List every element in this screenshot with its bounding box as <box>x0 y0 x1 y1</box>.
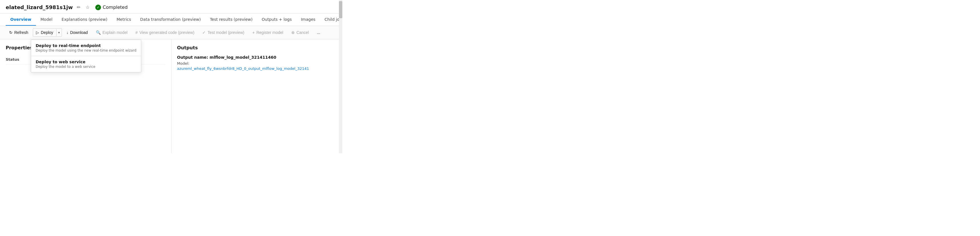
refresh-icon: ↻ <box>9 30 13 35</box>
tab-bar: Overview Model Explanations (preview) Me… <box>0 14 342 26</box>
tab-model[interactable]: Model <box>36 14 57 26</box>
view-code-label: View generated code (preview) <box>140 30 194 35</box>
cancel-icon: ⊗ <box>291 30 295 35</box>
deploy-webservice-title: Deploy to web service <box>36 60 136 64</box>
deploy-webservice-item[interactable]: Deploy to web service Deploy the model t… <box>31 56 141 72</box>
outputs-title: Outputs <box>177 45 337 51</box>
deploy-dropdown-button[interactable]: ▾ <box>56 29 62 36</box>
status-label: Completed <box>103 5 127 10</box>
register-model-button[interactable]: + Register model <box>249 29 287 36</box>
download-label: Download <box>70 30 88 35</box>
output-model-link[interactable]: azureml_wheat_fly_6wsnbrfdr8_HD_0_output… <box>177 67 309 71</box>
view-code-button[interactable]: # View generated code (preview) <box>132 29 198 36</box>
deploy-webservice-desc: Deploy the model to a web service <box>36 65 136 69</box>
search-icon: 🔍 <box>96 30 101 35</box>
plus-icon: + <box>253 30 255 35</box>
tab-images[interactable]: Images <box>296 14 320 26</box>
deploy-label: Deploy <box>41 30 53 35</box>
more-icon: ... <box>317 30 320 35</box>
star-button[interactable]: ☆ <box>84 4 91 11</box>
test-model-label: Test model (preview) <box>207 30 244 35</box>
download-icon: ↓ <box>67 30 68 35</box>
edit-icon: ✏ <box>77 5 80 10</box>
toolbar: ↻ Refresh ▷ Deploy ▾ ↓ Download 🔍 Explai… <box>0 26 342 40</box>
refresh-label: Refresh <box>14 30 28 35</box>
outputs-panel: Outputs Output name: mlflow_log_model_32… <box>172 40 343 154</box>
more-options-button[interactable]: ... <box>313 29 323 36</box>
page-title: elated_lizard_5981s1jw <box>6 4 73 10</box>
deploy-dropdown-menu: Deploy to real-time endpoint Deploy the … <box>31 40 141 72</box>
tab-test-results[interactable]: Test results (preview) <box>205 14 257 26</box>
page-header: elated_lizard_5981s1jw ✏ ☆ ✓ Completed <box>0 0 342 14</box>
hash-icon: # <box>135 30 138 35</box>
scrollbar-thumb[interactable] <box>339 1 342 18</box>
tab-metrics[interactable]: Metrics <box>112 14 135 26</box>
cancel-button[interactable]: ⊗ Cancel <box>288 29 312 36</box>
status-badge: ✓ Completed <box>95 5 127 10</box>
deploy-realtime-item[interactable]: Deploy to real-time endpoint Deploy the … <box>31 40 141 56</box>
tab-data-transformation[interactable]: Data transformation (preview) <box>135 14 205 26</box>
refresh-button[interactable]: ↻ Refresh <box>6 29 32 36</box>
tab-explanations[interactable]: Explanations (preview) <box>57 14 112 26</box>
deploy-realtime-desc: Deploy the model using the new real-time… <box>36 49 136 52</box>
checkmark-icon: ✓ <box>202 30 206 35</box>
explain-model-label: Explain model <box>102 30 127 35</box>
test-model-button[interactable]: ✓ Test model (preview) <box>199 29 248 36</box>
deploy-main-button[interactable]: ▷ Deploy <box>33 29 56 36</box>
explain-model-button[interactable]: 🔍 Explain model <box>92 29 131 36</box>
register-model-label: Register model <box>256 30 283 35</box>
tab-outputs-logs[interactable]: Outputs + logs <box>257 14 296 26</box>
star-icon: ☆ <box>86 5 89 10</box>
output-name: Output name: mlflow_log_model_321411460 <box>177 55 337 60</box>
output-model-label: Model: <box>177 61 337 65</box>
download-button[interactable]: ↓ Download <box>63 29 91 36</box>
status-check-icon: ✓ <box>95 5 101 10</box>
deploy-button-group: ▷ Deploy ▾ <box>33 28 62 37</box>
scrollbar-track[interactable] <box>339 0 342 154</box>
edit-button[interactable]: ✏ <box>76 4 81 11</box>
chevron-down-icon: ▾ <box>58 31 60 35</box>
deploy-icon: ▷ <box>36 30 39 35</box>
deploy-realtime-title: Deploy to real-time endpoint <box>36 43 136 48</box>
cancel-label: Cancel <box>296 30 309 35</box>
tab-overview[interactable]: Overview <box>6 14 36 26</box>
